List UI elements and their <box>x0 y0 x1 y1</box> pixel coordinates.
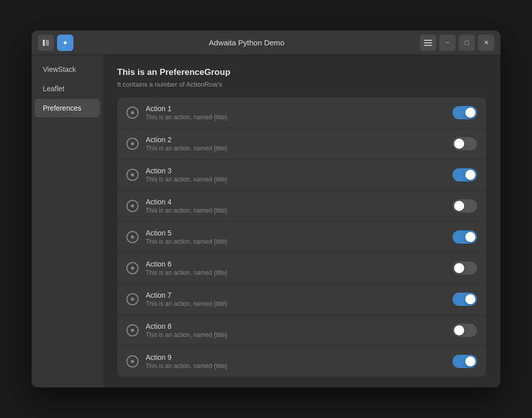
action-title: Action 6 <box>146 260 453 268</box>
action-text: Action 3This is an action, named {title} <box>146 167 453 183</box>
action-subtitle: This is an action, named {title} <box>146 362 453 370</box>
action-text: Action 6This is an action, named {title} <box>146 260 453 276</box>
action-row: Action 3This is an action, named {title} <box>117 160 486 191</box>
action-toggle-3[interactable] <box>453 168 477 181</box>
action-text: Action 2This is an action, named {title} <box>146 136 453 152</box>
toggle-slider <box>453 168 477 181</box>
action-title: Action 9 <box>146 353 453 361</box>
minimize-icon: − <box>445 39 449 46</box>
action-row-icon <box>126 355 139 368</box>
action-text: Action 4This is an action, named {title} <box>146 198 453 214</box>
action-title: Action 3 <box>146 167 453 175</box>
action-subtitle: This is an action, named {title} <box>146 145 453 152</box>
action-row-icon <box>126 324 139 336</box>
action-title: Action 8 <box>146 322 453 330</box>
maximize-icon: □ <box>465 39 469 46</box>
content-area: ViewStack Leaflet Preferences This is an… <box>32 55 500 387</box>
action-toggle-8[interactable] <box>453 324 477 337</box>
action-row-icon <box>126 138 139 150</box>
theme-toggle-button[interactable]: ✦ <box>57 35 73 51</box>
group-title: This is an PreferenceGroup <box>117 67 486 77</box>
action-subtitle: This is an action, named {title} <box>146 238 453 245</box>
action-row: Action 7This is an action, named {title} <box>117 284 486 315</box>
action-toggle-9[interactable] <box>453 355 477 368</box>
maximize-button[interactable]: □ <box>459 35 475 51</box>
window-title: Adwaita Python Demo <box>73 38 420 47</box>
toggle-slider <box>453 355 477 368</box>
toggle-slider <box>453 324 477 337</box>
action-row-icon <box>126 200 139 212</box>
action-text: Action 8This is an action, named {title} <box>146 322 453 338</box>
action-row: Action 5This is an action, named {title} <box>117 222 486 253</box>
action-title: Action 4 <box>146 198 453 206</box>
action-toggle-4[interactable] <box>453 199 477 213</box>
toggle-slider <box>453 262 477 275</box>
action-title: Action 2 <box>146 136 453 144</box>
sidebar-toggle-button[interactable] <box>38 35 54 51</box>
preference-group: Action 1This is an action, named {title}… <box>117 97 486 377</box>
action-text: Action 1This is an action, named {title} <box>146 104 453 121</box>
sidebar-item-leaflet[interactable]: Leaflet <box>35 80 100 98</box>
titlebar-left-buttons: ✦ <box>38 35 73 51</box>
action-row-icon <box>126 262 139 274</box>
action-text: Action 5This is an action, named {title} <box>146 229 453 245</box>
action-toggle-5[interactable] <box>453 230 477 244</box>
action-row: Action 8This is an action, named {title} <box>117 315 486 346</box>
svg-rect-1 <box>46 40 49 46</box>
titlebar: ✦ Adwaita Python Demo − □ ✕ <box>32 31 500 55</box>
action-toggle-6[interactable] <box>453 262 477 275</box>
action-row: Action 4This is an action, named {title} <box>117 191 486 222</box>
action-subtitle: This is an action, named {title} <box>146 300 453 307</box>
action-text: Action 7This is an action, named {title} <box>146 291 453 307</box>
action-toggle-2[interactable] <box>453 137 477 150</box>
action-row: Action 6This is an action, named {title} <box>117 253 486 284</box>
toggle-slider <box>453 106 477 119</box>
action-row-icon <box>126 107 139 119</box>
group-subtitle: It contains a number of ActionRow's <box>117 81 486 88</box>
sidebar-item-viewstack[interactable]: ViewStack <box>35 60 100 79</box>
action-row-icon <box>126 293 139 305</box>
minimize-button[interactable]: − <box>439 35 456 51</box>
close-icon: ✕ <box>484 39 489 46</box>
svg-rect-0 <box>43 40 45 46</box>
sidebar: ViewStack Leaflet Preferences <box>32 55 103 387</box>
action-title: Action 7 <box>146 291 453 299</box>
action-text: Action 9This is an action, named {title} <box>146 353 453 370</box>
sun-icon: ✦ <box>62 39 68 47</box>
action-row-icon <box>126 169 139 181</box>
action-subtitle: This is an action, named {title} <box>146 176 453 183</box>
main-content: This is an PreferenceGroup It contains a… <box>103 55 500 387</box>
sidebar-icon <box>42 39 50 47</box>
action-toggle-1[interactable] <box>453 106 477 119</box>
action-row: Action 1This is an action, named {title} <box>117 97 486 128</box>
hamburger-icon <box>424 40 432 46</box>
action-title: Action 5 <box>146 229 453 237</box>
sidebar-item-preferences[interactable]: Preferences <box>35 99 100 117</box>
toggle-slider <box>453 293 477 306</box>
action-subtitle: This is an action, named {title} <box>146 331 453 338</box>
action-row: Action 9This is an action, named {title} <box>117 346 486 377</box>
close-button[interactable]: ✕ <box>478 35 494 51</box>
action-row: Action 2This is an action, named {title} <box>117 128 486 160</box>
action-subtitle: This is an action, named {title} <box>146 269 453 276</box>
toggle-slider <box>453 230 477 244</box>
app-window: ✦ Adwaita Python Demo − □ ✕ <box>32 31 500 387</box>
action-title: Action 1 <box>146 104 453 113</box>
toggle-slider <box>453 137 477 150</box>
titlebar-right-buttons: − □ ✕ <box>420 35 494 51</box>
menu-button[interactable] <box>420 35 436 51</box>
action-row-icon <box>126 231 139 243</box>
action-subtitle: This is an action, named {title} <box>146 207 453 214</box>
action-subtitle: This is an action, named {title} <box>146 114 453 121</box>
action-toggle-7[interactable] <box>453 293 477 306</box>
toggle-slider <box>453 199 477 213</box>
